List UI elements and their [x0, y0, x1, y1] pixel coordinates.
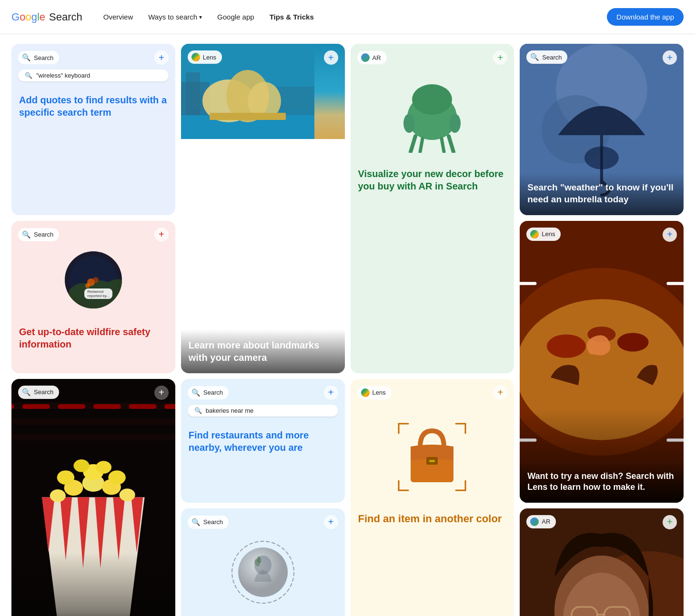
search-icon-small: 🔍: [194, 407, 202, 414]
svg-line-13: [420, 139, 423, 152]
card-bakeries-header: 🔍 Search +: [181, 379, 345, 400]
svg-rect-58: [22, 404, 50, 409]
card-wildfire-title: Get up-to-date wildfire safety informati…: [11, 318, 175, 358]
svg-point-72: [96, 461, 111, 474]
card-weather-badge: 🔍 Search: [526, 50, 567, 64]
ways-to-search-chevron: ▾: [199, 14, 202, 20]
card-wildfire: 🔍 Search +: [11, 221, 175, 373]
card-coin-header: 🔍 Search +: [181, 508, 345, 529]
card-bakeries-searchbar: 🔍 bakeries near me: [188, 405, 338, 417]
card-coin: 🔍 Search +: [181, 508, 345, 616]
card-coin-plus[interactable]: +: [324, 515, 338, 529]
card-wildfire-image: Redwoodreported by...: [11, 242, 175, 318]
card-weather-plus[interactable]: +: [663, 50, 677, 65]
search-icon: 🔍: [22, 230, 31, 239]
nav-item-google-app[interactable]: Google app: [212, 9, 260, 25]
card-food: Lens + Want to try a new dish? Search wi…: [520, 221, 684, 503]
card-quotes-header: 🔍 Search +: [11, 44, 175, 65]
card-color-badge: Lens: [357, 386, 392, 399]
fire-location-label: Redwoodreported by...: [84, 288, 112, 299]
search-icon-small: 🔍: [25, 72, 32, 79]
nav-item-overview[interactable]: Overview: [98, 9, 139, 25]
svg-point-68: [57, 470, 74, 485]
svg-rect-37: [429, 460, 435, 462]
card-foundation-badge: AR: [526, 515, 556, 528]
ar-icon: [361, 53, 370, 62]
card-landmarks-title: Learn more about landmarks with your cam…: [189, 339, 337, 364]
svg-rect-56: [11, 434, 175, 440]
card-color-header: Lens +: [351, 379, 514, 400]
card-ar-decor-image: [351, 65, 514, 160]
svg-point-63: [50, 489, 66, 502]
card-wildfire-badge: 🔍 Search: [18, 228, 59, 241]
card-landmarks-badge: Lens: [188, 50, 222, 64]
card-popcorn-plus[interactable]: +: [154, 386, 169, 400]
card-food-title: Want to try a new dish? Search with Lens…: [527, 471, 676, 493]
logo: Google Search: [11, 11, 82, 23]
card-foundation: AR + Not sure what shade of foundation o…: [520, 508, 684, 616]
card-food-badge: Lens: [526, 228, 561, 241]
card-wildfire-plus[interactable]: +: [154, 228, 169, 242]
download-app-button[interactable]: Download the app: [607, 8, 684, 26]
svg-line-12: [449, 136, 453, 152]
card-foundation-plus[interactable]: +: [663, 515, 677, 529]
search-icon: 🔍: [22, 53, 31, 62]
header: Google Search Overview Ways to search ▾ …: [0, 0, 695, 34]
svg-rect-62: [164, 404, 175, 409]
svg-point-26: [85, 283, 90, 288]
card-popcorn-overlay: Search "what to watch" for some movie ni…: [11, 611, 175, 616]
card-bakeries-badge: 🔍 Search: [188, 386, 229, 399]
card-popcorn: 🔍 Search + Search "what to watch" for so…: [11, 379, 175, 616]
card-quotes-plus[interactable]: +: [154, 50, 169, 65]
nav-item-ways-to-search[interactable]: Ways to search ▾: [142, 9, 208, 25]
card-bakeries-title: Find restaurants and more nearby, wherev…: [181, 421, 345, 461]
card-bakeries-plus[interactable]: +: [324, 386, 338, 400]
chair-svg: [399, 81, 465, 153]
svg-point-25: [93, 277, 99, 283]
svg-point-71: [73, 459, 89, 472]
search-icon: 🔍: [191, 388, 201, 397]
card-quotes-badge: 🔍 Search: [18, 51, 59, 64]
main-nav: Overview Ways to search ▾ Google app Tip…: [98, 9, 607, 25]
nav-item-tips-tricks[interactable]: Tips & Tricks: [264, 9, 320, 25]
card-bakeries: 🔍 Search + 🔍 bakeries near me Find resta…: [181, 379, 345, 503]
card-quotes-title: Add quotes to find results with a specif…: [11, 86, 175, 126]
svg-rect-73: [11, 552, 175, 616]
card-wildfire-header: 🔍 Search +: [11, 221, 175, 242]
food-svg: [520, 221, 684, 503]
svg-rect-61: [129, 404, 156, 409]
svg-rect-8: [210, 113, 286, 120]
card-color-image: [351, 400, 514, 505]
card-ar-decor-badge: AR: [357, 51, 387, 64]
svg-line-14: [442, 139, 444, 152]
logo-o2: o: [25, 11, 31, 23]
svg-point-15: [403, 114, 415, 133]
search-icon: 🔍: [22, 388, 31, 397]
card-popcorn-image: [11, 379, 175, 616]
logo-search-text: Search: [49, 11, 82, 23]
card-ar-decor-header: AR +: [351, 44, 514, 65]
card-popcorn-badge: 🔍 Search: [18, 386, 59, 399]
svg-rect-60: [93, 404, 121, 409]
fire-svg: [65, 251, 122, 308]
svg-point-42: [617, 333, 649, 351]
svg-line-11: [411, 136, 415, 152]
card-ar-decor-title: Visualize your new decor before you buy …: [351, 160, 514, 200]
lens-icon: [530, 230, 539, 238]
card-color-plus[interactable]: +: [493, 386, 507, 400]
svg-point-16: [449, 114, 461, 133]
svg-rect-4: [276, 87, 314, 115]
card-landmarks-overlay: Learn more about landmarks with your cam…: [181, 329, 345, 373]
logo-o1: o: [20, 11, 25, 23]
card-landmarks-plus[interactable]: +: [324, 50, 338, 65]
bag-svg: [394, 409, 470, 495]
logo-e: e: [40, 11, 45, 23]
card-weather-overlay: Search "weather" to know if you'll need …: [520, 172, 684, 215]
card-ar-decor-plus[interactable]: +: [493, 50, 507, 65]
svg-point-70: [108, 470, 125, 485]
logo-g2: g: [31, 11, 37, 23]
card-color: Lens +: [351, 379, 514, 616]
logo-g: G: [11, 11, 20, 23]
card-weather: 🔍 Search + Search "weather" to know if y…: [520, 44, 684, 215]
card-food-plus[interactable]: +: [663, 228, 677, 242]
